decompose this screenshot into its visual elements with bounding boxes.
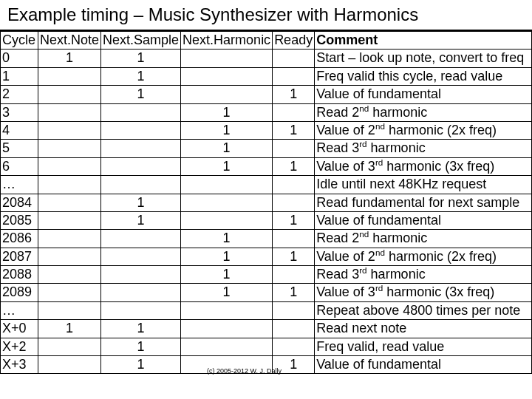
cell-comment: Read 3rd harmonic [315,266,532,284]
table-row: 20861Read 2nd harmonic [1,230,532,248]
cell-next-note [38,121,101,139]
table-row: 11Freq valid this cycle, read value [1,67,532,85]
cell-next-note [38,356,101,374]
cell-cycle: 2085 [1,211,38,229]
cell-ready: 1 [273,86,315,103]
table-row: X+21Freq valid, read value [1,338,532,355]
cell-ready [273,230,315,248]
cell-comment: Freq valid this cycle, read value [315,67,532,85]
cell-next-note [38,211,101,229]
cell-next-harmonic: 1 [181,266,273,284]
header-ready: Ready [273,32,315,50]
cell-next-note: 1 [38,50,101,67]
table-row: 208511Value of fundamental [1,211,532,229]
cell-next-sample: 1 [101,338,181,355]
table-row: 208711Value of 2nd harmonic (2x freq) [1,248,532,265]
cell-next-harmonic: 1 [181,284,273,301]
cell-next-note [38,338,101,355]
cell-next-sample [101,284,181,301]
cell-comment: Read next note [315,320,532,338]
cell-next-note: 1 [38,320,101,338]
cell-cycle: 5 [1,140,38,157]
copyright-footer: (c) 2005-2012 W. J. Dally [207,367,282,375]
cell-next-harmonic: 1 [181,103,273,121]
cell-cycle: 2088 [1,266,38,284]
cell-comment: Value of fundamental [315,211,532,229]
cell-next-sample: 1 [101,211,181,229]
cell-next-harmonic [181,301,273,319]
cell-next-sample: 1 [101,194,181,211]
cell-ready [273,266,315,284]
cell-next-note [38,194,101,211]
table-row: X+011Read next note [1,320,532,338]
cell-cycle: 0 [1,50,38,67]
page-title: Example timing – Music Synthesizer with … [0,0,532,31]
cell-next-sample [101,121,181,139]
cell-cycle: X+3 [1,356,38,374]
cell-comment: Read 3rd harmonic [315,140,532,157]
cell-cycle: 1 [1,67,38,85]
cell-ready: 1 [273,211,315,229]
cell-next-sample [101,248,181,265]
cell-next-harmonic: 1 [181,140,273,157]
cell-next-harmonic: 1 [181,248,273,265]
header-next-note: Next.Note [38,32,101,50]
cell-comment: Freq valid, read value [315,338,532,355]
cell-next-sample [101,230,181,248]
cell-next-note [38,284,101,301]
cell-ready [273,301,315,319]
cell-cycle: … [1,176,38,194]
cell-comment: Read 2nd harmonic [315,230,532,248]
cell-next-harmonic [181,176,273,194]
cell-comment: Idle until next 48KHz request [315,176,532,194]
timing-table: Cycle Next.Note Next.Sample Next.Harmoni… [0,31,532,374]
cell-next-note [38,86,101,103]
header-next-harmonic: Next.Harmonic [181,32,273,50]
cell-next-sample [101,157,181,175]
table-row: 208911Value of 3rd harmonic (3x freq) [1,284,532,301]
cell-ready: 1 [273,284,315,301]
cell-cycle: X+0 [1,320,38,338]
table-row: 20841Read fundamental for next sample [1,194,532,211]
table-row: 211Value of fundamental [1,86,532,103]
cell-next-note [38,67,101,85]
cell-cycle: … [1,301,38,319]
cell-next-sample [101,103,181,121]
cell-cycle: 2086 [1,230,38,248]
table-row: 31Read 2nd harmonic [1,103,532,121]
cell-next-note [38,157,101,175]
cell-cycle: 2084 [1,194,38,211]
cell-next-sample [101,266,181,284]
cell-next-harmonic [181,67,273,85]
cell-next-note [38,301,101,319]
cell-next-harmonic: 1 [181,157,273,175]
cell-ready: 1 [273,121,315,139]
cell-cycle: 2089 [1,284,38,301]
cell-next-note [38,103,101,121]
cell-next-note [38,140,101,157]
cell-ready [273,67,315,85]
cell-next-note [38,176,101,194]
cell-next-sample: 1 [101,50,181,67]
cell-cycle: X+2 [1,338,38,355]
cell-comment: Value of fundamental [315,356,532,374]
cell-next-sample [101,140,181,157]
cell-next-harmonic [181,86,273,103]
cell-ready: 1 [273,248,315,265]
table-row: …Idle until next 48KHz request [1,176,532,194]
cell-cycle: 6 [1,157,38,175]
cell-next-harmonic [181,338,273,355]
cell-comment: Repeat above 4800 times per note [315,301,532,319]
cell-next-sample: 1 [101,356,181,374]
cell-next-harmonic: 1 [181,230,273,248]
cell-next-harmonic [181,211,273,229]
table-header-row: Cycle Next.Note Next.Sample Next.Harmoni… [1,32,532,50]
cell-comment: Start – look up note, convert to freq [315,50,532,67]
cell-next-note [38,266,101,284]
header-comment: Comment [315,32,532,50]
table-row: 51Read 3rd harmonic [1,140,532,157]
cell-ready [273,50,315,67]
cell-next-note [38,230,101,248]
cell-comment: Read 2nd harmonic [315,103,532,121]
cell-ready [273,103,315,121]
